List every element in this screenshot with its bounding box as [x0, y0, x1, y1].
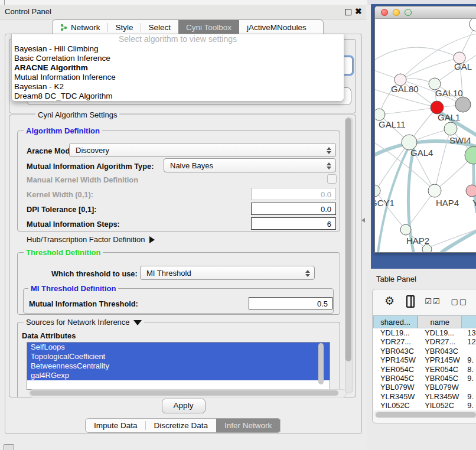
- network-node[interactable]: [455, 97, 471, 112]
- network-node[interactable]: [444, 122, 457, 135]
- table-row[interactable]: YDL19...YDL19...13: [373, 328, 476, 337]
- attribute-list-item[interactable]: TopologicalCoefficient: [27, 352, 330, 361]
- combo-value: Discovery: [76, 146, 109, 155]
- table-cell: YDR27...: [418, 337, 461, 346]
- network-node[interactable]: [428, 184, 441, 197]
- dropdown-item[interactable]: Dream8 DC_TDC Algorithm: [12, 92, 344, 101]
- tab-label: Style: [116, 23, 133, 32]
- group-title: Algorithm Definition: [24, 126, 102, 135]
- dropdown-item[interactable]: ARACNE Algorithm: [12, 63, 344, 73]
- manual-kernel-checkbox[interactable]: [327, 174, 337, 184]
- network-node[interactable]: [375, 109, 385, 120]
- tab-network[interactable]: Network: [53, 20, 108, 35]
- table-cell: YLR345W: [418, 392, 461, 401]
- dpi-tolerance-field[interactable]: 0.0: [251, 203, 336, 215]
- apply-button[interactable]: Apply: [162, 399, 206, 413]
- cyni-toolbox-panel: galFiltered.sif default node Select algo…: [5, 34, 362, 434]
- network-canvas[interactable]: GALGAL80GAL10GAL1GAL11SWI4GAL4GCY1HAP4YH…: [375, 19, 476, 252]
- settings-scrollbar-thumb[interactable]: [345, 118, 351, 361]
- mi-threshold-label: Mutual Information Threshold:: [29, 299, 138, 308]
- tab-infer-network[interactable]: Infer Network: [216, 419, 280, 432]
- attributes-scrollbar-thumb[interactable]: [318, 343, 324, 384]
- tab-cyni-toolbox[interactable]: Cyni Toolbox: [178, 20, 239, 35]
- sources-expander[interactable]: Sources for Network Inference: [24, 318, 144, 327]
- tab-jactivemnodules[interactable]: jActiveMNodules: [239, 20, 314, 35]
- column-layout-icon[interactable]: [406, 295, 415, 308]
- network-node[interactable]: [465, 146, 476, 164]
- algorithm-dropdown-popup: Select algorithm to view settings Bayesi…: [11, 34, 344, 102]
- tab-select[interactable]: Select: [141, 20, 179, 35]
- checked-columns-icon[interactable]: ☑☑: [425, 297, 441, 306]
- table-toolbar: ⚙ ☑☑ ▢▢: [373, 292, 476, 311]
- network-node[interactable]: [400, 224, 411, 235]
- table-row[interactable]: YBL079WYBL079W: [373, 383, 476, 392]
- network-node[interactable]: [470, 19, 476, 31]
- table-cell: 12: [461, 337, 476, 346]
- table-row[interactable]: YPR145WYPR145W9.: [373, 356, 476, 364]
- gear-icon[interactable]: ⚙: [384, 292, 395, 310]
- mi-type-combo[interactable]: Naive Bayes: [164, 158, 336, 172]
- network-window-titlebar[interactable]: [375, 6, 476, 19]
- mac-zoom-button[interactable]: [405, 9, 412, 16]
- table-row[interactable]: YIL052CYIL052C9.: [373, 401, 476, 410]
- table-cell: YIL052C: [373, 401, 418, 410]
- dropdown-item[interactable]: Basic Correlation Inference: [12, 54, 344, 63]
- aracne-mode-combo[interactable]: Discovery: [69, 143, 336, 157]
- control-panel-tabbar: Network Style Select Cyni Toolbox jActiv…: [52, 19, 324, 35]
- network-view-window[interactable]: GALGAL80GAL10GAL1GAL11SWI4GAL4GCY1HAP4YH…: [374, 6, 476, 253]
- column-header-name[interactable]: name: [418, 315, 461, 328]
- mac-minimize-button[interactable]: [393, 9, 400, 16]
- network-node[interactable]: [466, 185, 476, 197]
- mi-threshold-field[interactable]: 0.5: [249, 297, 332, 309]
- attribute-list-item[interactable]: gal4RGexp: [27, 371, 330, 380]
- control-panel-title: Control Panel: [5, 7, 51, 16]
- column-header-partial[interactable]: [461, 315, 476, 328]
- network-node[interactable]: [375, 185, 380, 197]
- dropdown-item[interactable]: Bayesian - K2: [12, 82, 344, 92]
- network-node-label: GAL80: [391, 84, 419, 94]
- table-cell: YPR145W: [373, 356, 418, 364]
- attribute-list-item[interactable]: BetweennessCentrality: [27, 361, 330, 371]
- dropdown-items: Bayesian - Hill ClimbingBasic Correlatio…: [12, 44, 344, 101]
- tab-style[interactable]: Style: [108, 20, 141, 35]
- column-header-shared-name[interactable]: shared...: [373, 315, 418, 328]
- mac-close-button[interactable]: [381, 9, 388, 16]
- network-edge: [400, 58, 459, 80]
- dropdown-item[interactable]: Mutual Information Inference: [12, 73, 344, 82]
- table-row[interactable]: YDR27...YDR27...12: [373, 337, 476, 346]
- data-attributes-list[interactable]: SelfLoopsTopologicalCoefficientBetweenne…: [27, 342, 330, 390]
- table-row[interactable]: YER054CYER054C8.: [373, 365, 476, 374]
- network-node-label: HAP2: [406, 236, 429, 246]
- network-node[interactable]: [422, 244, 432, 252]
- table-cell: YER054C: [373, 365, 418, 374]
- split-pane-collapse-icon[interactable]: [361, 218, 365, 223]
- kernel-width-field[interactable]: 0.0: [251, 188, 336, 200]
- table-cell: YLR345W: [373, 392, 418, 401]
- dropdown-item[interactable]: Bayesian - Hill Climbing: [12, 44, 344, 54]
- table-cell: 8.: [461, 365, 476, 374]
- control-panel-titlebar: Control Panel ✖: [0, 5, 366, 19]
- table-cell: YIL052C: [418, 401, 461, 410]
- table-row[interactable]: YBR043CYBR043C: [373, 347, 476, 356]
- hub-expander[interactable]: Hub/Transcription Factor Definition: [27, 235, 155, 244]
- tab-impute-data[interactable]: Impute Data: [86, 419, 146, 432]
- table-cell: YBL079W: [418, 383, 461, 392]
- attribute-list-item[interactable]: SelfLoops: [27, 343, 330, 352]
- network-node-label: Y: [472, 198, 476, 208]
- table-cell: [461, 383, 476, 392]
- tab-label: Discretize Data: [154, 421, 208, 430]
- table-hscrollbar[interactable]: [374, 411, 476, 418]
- settings-hscrollbar-thumb[interactable]: [30, 390, 338, 396]
- mi-steps-field[interactable]: 6: [251, 217, 336, 230]
- docked-panel-icon[interactable]: [4, 444, 14, 450]
- table-row[interactable]: YBR045CYBR045C9.: [373, 374, 476, 383]
- float-window-icon[interactable]: [345, 9, 351, 15]
- close-icon[interactable]: ✖: [355, 6, 362, 16]
- bottom-tabbar: Impute Data Discretize Data Infer Networ…: [85, 418, 281, 433]
- tab-discretize-data[interactable]: Discretize Data: [146, 419, 217, 432]
- network-edge: [406, 191, 435, 230]
- unchecked-columns-icon[interactable]: ▢▢: [451, 297, 468, 306]
- table-row[interactable]: YLR345WYLR345W9.: [373, 392, 476, 401]
- expander-collapsed-icon: [149, 236, 155, 243]
- which-threshold-combo[interactable]: MI Threshold: [140, 266, 315, 280]
